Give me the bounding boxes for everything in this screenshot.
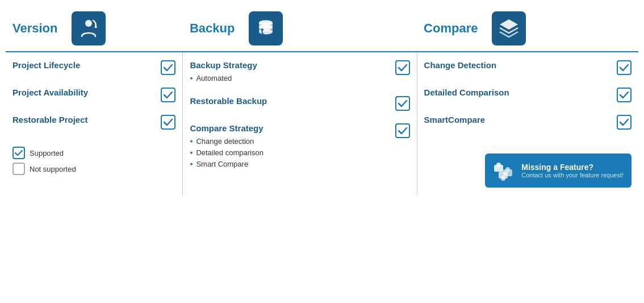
compare-feature-detailed-comparison: Detailed Comparison: [424, 88, 632, 102]
backup-header: Backup: [183, 6, 417, 52]
compare-header: Compare: [417, 6, 638, 52]
project-lifecycle-check: [161, 60, 175, 75]
svg-rect-16: [617, 115, 631, 129]
compare-header-label: Compare: [424, 21, 478, 36]
change-detection-check: [617, 60, 632, 75]
smartcompare-check: [617, 115, 632, 130]
compare-strategy-sub-detailed: Detailed comparison: [190, 147, 390, 158]
legend-not-supported-icon: [12, 163, 25, 175]
missing-feature-banner[interactable]: Missing a Feature? Contact us with your …: [485, 153, 632, 188]
project-lifecycle-label: Project Lifecycle: [12, 60, 156, 70]
missing-feature-subtitle: Contact us with your feature request!: [521, 172, 624, 179]
svg-rect-14: [617, 61, 631, 74]
svg-rect-6: [161, 61, 175, 74]
svg-rect-15: [617, 88, 631, 102]
svg-rect-12: [396, 97, 409, 110]
compare-strategy-sub-change: Change detection: [190, 135, 390, 147]
smartcompare-label: SmartCompare: [424, 115, 612, 124]
backup-strategy-sublist: Automated: [190, 72, 390, 84]
compare-icon: [492, 11, 526, 45]
svg-rect-11: [396, 61, 409, 74]
restorable-project-label: Restorable Project: [12, 115, 156, 124]
backup-icon: [249, 11, 283, 45]
version-feature-restorable-project: Restorable Project: [12, 115, 175, 130]
backup-feature-compare-strategy: Compare Strategy Change detection Detail…: [190, 123, 409, 169]
restorable-backup-label: Restorable Backup: [190, 96, 390, 106]
backup-header-label: Backup: [190, 21, 235, 36]
legend-supported-label: Supported: [30, 149, 64, 157]
backup-strategy-sub-automated: Automated: [190, 72, 390, 84]
backup-icon-svg: [253, 16, 278, 41]
version-icon: [72, 11, 106, 45]
svg-rect-8: [161, 115, 175, 129]
backup-features-cell: Backup Strategy Automated Restorable Ba: [183, 52, 417, 196]
compare-strategy-sub-smart: Smart Compare: [190, 158, 390, 169]
missing-feature-icon: [493, 159, 516, 182]
restorable-backup-check: [395, 96, 410, 111]
backup-feature-restorable: Restorable Backup: [190, 96, 409, 111]
compare-strategy-label: Compare Strategy: [190, 123, 390, 133]
compare-feature-change-detection: Change Detection: [424, 60, 632, 75]
svg-point-18: [496, 163, 501, 167]
missing-feature-title: Missing a Feature?: [521, 163, 624, 172]
version-header-label: Version: [12, 21, 57, 36]
svg-rect-7: [161, 88, 175, 102]
legend-supported-icon: [12, 147, 25, 159]
compare-strategy-check: [395, 123, 410, 138]
detailed-comparison-label: Detailed Comparison: [424, 88, 612, 97]
version-feature-project-availability: Project Availability: [12, 88, 175, 102]
legend-not-supported: Not supported: [12, 163, 175, 175]
svg-rect-13: [396, 124, 409, 138]
version-icon-svg: [76, 16, 101, 41]
compare-strategy-sublist: Change detection Detailed comparison Sma…: [190, 135, 390, 169]
svg-rect-10: [13, 163, 24, 175]
compare-feature-smartcompare: SmartCompare: [424, 115, 632, 130]
restorable-project-check: [161, 115, 175, 130]
backup-strategy-label: Backup Strategy: [190, 60, 390, 70]
svg-point-22: [501, 176, 505, 181]
svg-point-5: [259, 30, 273, 35]
detailed-comparison-check: [617, 88, 632, 102]
project-availability-label: Project Availability: [12, 88, 156, 97]
version-header: Version: [6, 6, 183, 52]
change-detection-label: Change Detection: [424, 60, 612, 70]
svg-point-20: [505, 167, 510, 172]
compare-icon-svg: [496, 16, 521, 41]
backup-feature-strategy: Backup Strategy Automated: [190, 60, 409, 84]
version-features-cell: Project Lifecycle Project Availability: [6, 52, 183, 196]
version-feature-project-lifecycle: Project Lifecycle: [12, 60, 175, 75]
backup-strategy-check: [395, 60, 410, 75]
svg-point-0: [85, 20, 92, 27]
legend: Supported Not supported: [12, 147, 175, 175]
compare-features-cell: Change Detection Detailed Comparison: [417, 52, 638, 196]
missing-feature-text: Missing a Feature? Contact us with your …: [521, 163, 624, 179]
legend-supported: Supported: [12, 147, 175, 159]
project-availability-check: [161, 88, 175, 102]
legend-not-supported-label: Not supported: [30, 165, 76, 173]
